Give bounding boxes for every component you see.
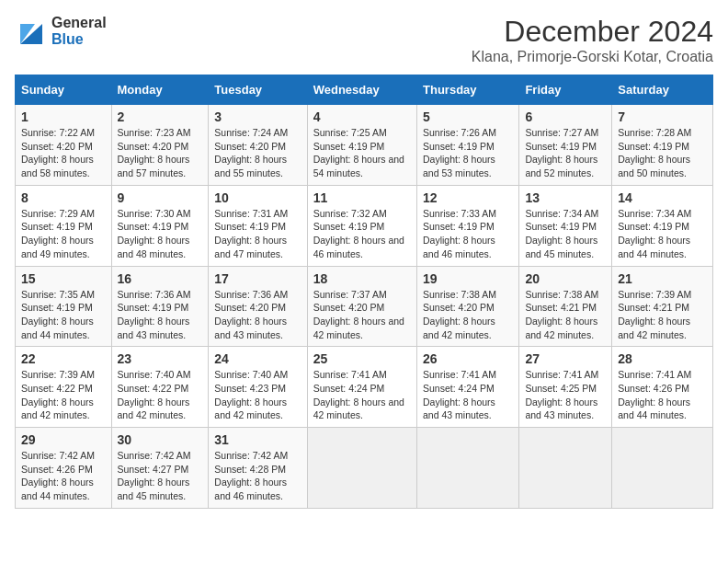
calendar-cell: 3Sunrise: 7:24 AMSunset: 4:20 PMDaylight… xyxy=(209,105,307,186)
day-number: 17 xyxy=(214,271,301,286)
calendar-cell: 20Sunrise: 7:38 AMSunset: 4:21 PMDayligh… xyxy=(519,266,612,347)
cell-info: Sunrise: 7:42 AMSunset: 4:28 PMDaylight:… xyxy=(214,449,301,503)
cell-info: Sunrise: 7:33 AMSunset: 4:19 PMDaylight:… xyxy=(423,207,513,261)
day-number: 15 xyxy=(21,271,106,286)
cell-info: Sunrise: 7:24 AMSunset: 4:20 PMDaylight:… xyxy=(214,126,301,180)
day-number: 27 xyxy=(525,351,606,366)
day-number: 3 xyxy=(214,109,301,124)
calendar-cell: 5Sunrise: 7:26 AMSunset: 4:19 PMDaylight… xyxy=(417,105,519,186)
cell-info: Sunrise: 7:38 AMSunset: 4:20 PMDaylight:… xyxy=(423,288,513,342)
cell-info: Sunrise: 7:32 AMSunset: 4:19 PMDaylight:… xyxy=(313,207,411,261)
cell-info: Sunrise: 7:26 AMSunset: 4:19 PMDaylight:… xyxy=(423,126,513,180)
calendar-cell xyxy=(612,428,713,509)
day-number: 11 xyxy=(313,190,411,205)
day-number: 26 xyxy=(423,351,513,366)
day-number: 13 xyxy=(525,190,606,205)
cell-info: Sunrise: 7:39 AMSunset: 4:21 PMDaylight:… xyxy=(618,288,707,342)
day-number: 25 xyxy=(313,351,411,366)
cell-info: Sunrise: 7:36 AMSunset: 4:19 PMDaylight:… xyxy=(118,288,203,342)
day-number: 31 xyxy=(214,432,301,447)
day-number: 4 xyxy=(313,109,411,124)
calendar-cell: 10Sunrise: 7:31 AMSunset: 4:19 PMDayligh… xyxy=(209,185,307,266)
col-header-wednesday: Wednesday xyxy=(307,75,416,105)
cell-info: Sunrise: 7:22 AMSunset: 4:20 PMDaylight:… xyxy=(21,126,106,180)
day-number: 21 xyxy=(618,271,707,286)
calendar-cell: 11Sunrise: 7:32 AMSunset: 4:19 PMDayligh… xyxy=(307,185,416,266)
cell-info: Sunrise: 7:28 AMSunset: 4:19 PMDaylight:… xyxy=(618,126,707,180)
week-row-5: 29Sunrise: 7:42 AMSunset: 4:26 PMDayligh… xyxy=(16,428,713,509)
logo-general: General xyxy=(51,15,107,31)
day-number: 6 xyxy=(525,109,606,124)
cell-info: Sunrise: 7:40 AMSunset: 4:23 PMDaylight:… xyxy=(214,368,301,422)
col-header-sunday: Sunday xyxy=(16,75,112,105)
cell-info: Sunrise: 7:38 AMSunset: 4:21 PMDaylight:… xyxy=(525,288,606,342)
calendar-cell: 18Sunrise: 7:37 AMSunset: 4:20 PMDayligh… xyxy=(307,266,416,347)
cell-info: Sunrise: 7:41 AMSunset: 4:25 PMDaylight:… xyxy=(525,368,606,422)
calendar-cell xyxy=(519,428,612,509)
day-number: 12 xyxy=(423,190,513,205)
logo-blue: Blue xyxy=(51,31,107,48)
subtitle: Klana, Primorje-Gorski Kotar, Croatia xyxy=(472,49,713,65)
cell-info: Sunrise: 7:41 AMSunset: 4:24 PMDaylight:… xyxy=(423,368,513,422)
day-number: 2 xyxy=(118,109,203,124)
week-row-3: 15Sunrise: 7:35 AMSunset: 4:19 PMDayligh… xyxy=(16,266,713,347)
calendar-cell: 13Sunrise: 7:34 AMSunset: 4:19 PMDayligh… xyxy=(519,185,612,266)
cell-info: Sunrise: 7:31 AMSunset: 4:19 PMDaylight:… xyxy=(214,207,301,261)
day-number: 14 xyxy=(618,190,707,205)
col-header-thursday: Thursday xyxy=(417,75,519,105)
day-number: 19 xyxy=(423,271,513,286)
calendar-cell: 8Sunrise: 7:29 AMSunset: 4:19 PMDaylight… xyxy=(16,185,112,266)
week-row-4: 22Sunrise: 7:39 AMSunset: 4:22 PMDayligh… xyxy=(16,347,713,428)
logo-icon xyxy=(15,18,48,44)
calendar-cell: 24Sunrise: 7:40 AMSunset: 4:23 PMDayligh… xyxy=(209,347,307,428)
calendar-cell: 2Sunrise: 7:23 AMSunset: 4:20 PMDaylight… xyxy=(111,105,209,186)
day-number: 1 xyxy=(21,109,106,124)
cell-info: Sunrise: 7:29 AMSunset: 4:19 PMDaylight:… xyxy=(21,207,106,261)
calendar-cell: 30Sunrise: 7:42 AMSunset: 4:27 PMDayligh… xyxy=(111,428,209,509)
day-number: 10 xyxy=(214,190,301,205)
day-number: 8 xyxy=(21,190,106,205)
calendar-cell: 27Sunrise: 7:41 AMSunset: 4:25 PMDayligh… xyxy=(519,347,612,428)
calendar-cell: 6Sunrise: 7:27 AMSunset: 4:19 PMDaylight… xyxy=(519,105,612,186)
calendar-cell: 7Sunrise: 7:28 AMSunset: 4:19 PMDaylight… xyxy=(612,105,713,186)
day-number: 24 xyxy=(214,351,301,366)
day-number: 9 xyxy=(118,190,203,205)
calendar-cell: 15Sunrise: 7:35 AMSunset: 4:19 PMDayligh… xyxy=(16,266,112,347)
cell-info: Sunrise: 7:37 AMSunset: 4:20 PMDaylight:… xyxy=(313,288,411,342)
cell-info: Sunrise: 7:35 AMSunset: 4:19 PMDaylight:… xyxy=(21,288,106,342)
col-header-friday: Friday xyxy=(519,75,612,105)
calendar-cell: 1Sunrise: 7:22 AMSunset: 4:20 PMDaylight… xyxy=(16,105,112,186)
cell-info: Sunrise: 7:25 AMSunset: 4:19 PMDaylight:… xyxy=(313,126,411,180)
col-header-tuesday: Tuesday xyxy=(209,75,307,105)
calendar-cell: 16Sunrise: 7:36 AMSunset: 4:19 PMDayligh… xyxy=(111,266,209,347)
calendar-cell: 22Sunrise: 7:39 AMSunset: 4:22 PMDayligh… xyxy=(16,347,112,428)
week-row-2: 8Sunrise: 7:29 AMSunset: 4:19 PMDaylight… xyxy=(16,185,713,266)
header: General Blue December 2024 Klana, Primor… xyxy=(15,15,713,65)
title-area: December 2024 Klana, Primorje-Gorski Kot… xyxy=(472,15,713,65)
calendar-cell: 26Sunrise: 7:41 AMSunset: 4:24 PMDayligh… xyxy=(417,347,519,428)
calendar-cell: 4Sunrise: 7:25 AMSunset: 4:19 PMDaylight… xyxy=(307,105,416,186)
day-number: 18 xyxy=(313,271,411,286)
calendar-cell: 25Sunrise: 7:41 AMSunset: 4:24 PMDayligh… xyxy=(307,347,416,428)
cell-info: Sunrise: 7:30 AMSunset: 4:19 PMDaylight:… xyxy=(118,207,203,261)
calendar-cell: 14Sunrise: 7:34 AMSunset: 4:19 PMDayligh… xyxy=(612,185,713,266)
calendar-table: SundayMondayTuesdayWednesdayThursdayFrid… xyxy=(15,75,713,509)
calendar-cell: 23Sunrise: 7:40 AMSunset: 4:22 PMDayligh… xyxy=(111,347,209,428)
day-number: 20 xyxy=(525,271,606,286)
calendar-cell: 21Sunrise: 7:39 AMSunset: 4:21 PMDayligh… xyxy=(612,266,713,347)
cell-info: Sunrise: 7:23 AMSunset: 4:20 PMDaylight:… xyxy=(118,126,203,180)
col-header-saturday: Saturday xyxy=(612,75,713,105)
calendar-cell: 9Sunrise: 7:30 AMSunset: 4:19 PMDaylight… xyxy=(111,185,209,266)
cell-info: Sunrise: 7:41 AMSunset: 4:24 PMDaylight:… xyxy=(313,368,411,422)
day-number: 23 xyxy=(118,351,203,366)
calendar-cell: 19Sunrise: 7:38 AMSunset: 4:20 PMDayligh… xyxy=(417,266,519,347)
cell-info: Sunrise: 7:42 AMSunset: 4:26 PMDaylight:… xyxy=(21,449,106,503)
logo: General Blue xyxy=(15,15,107,47)
calendar-cell xyxy=(307,428,416,509)
day-number: 29 xyxy=(21,432,106,447)
calendar-cell: 31Sunrise: 7:42 AMSunset: 4:28 PMDayligh… xyxy=(209,428,307,509)
calendar-cell: 17Sunrise: 7:36 AMSunset: 4:20 PMDayligh… xyxy=(209,266,307,347)
day-number: 16 xyxy=(118,271,203,286)
calendar-cell: 29Sunrise: 7:42 AMSunset: 4:26 PMDayligh… xyxy=(16,428,112,509)
day-number: 5 xyxy=(423,109,513,124)
